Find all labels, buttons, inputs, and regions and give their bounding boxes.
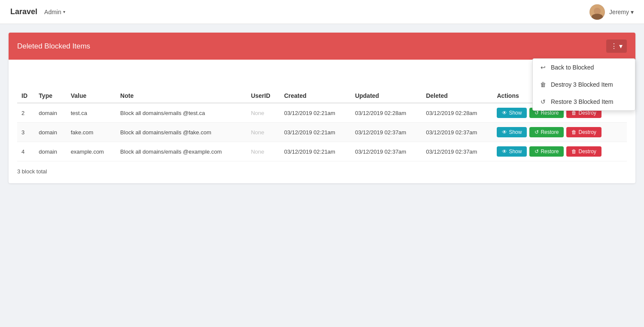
admin-label: Admin <box>44 9 61 15</box>
cell-type: domain <box>34 142 66 161</box>
col-deleted: Deleted <box>422 89 492 103</box>
cell-updated: 03/12/2019 02:37am <box>351 142 422 161</box>
cell-created: 03/12/2019 02:21am <box>280 142 351 161</box>
table-body: 2 domain test.ca Block all domains/email… <box>17 103 627 161</box>
avatar-image <box>589 4 605 20</box>
cell-id: 4 <box>17 142 34 161</box>
cell-userid: None <box>246 142 279 161</box>
user-menu[interactable]: Jeremy ▾ <box>609 9 634 15</box>
cell-id: 3 <box>17 123 34 142</box>
restore-icon: ↺ <box>540 98 547 105</box>
card-header: Deleted Blocked Items ⋮ ▾ <box>9 33 635 60</box>
admin-caret: ▾ <box>63 9 65 14</box>
destroy-icon: 🗑 <box>540 81 547 88</box>
main-content: Deleted Blocked Items ⋮ ▾ ↩ Back to Bloc… <box>0 24 644 192</box>
show-button[interactable]: 👁 Show <box>497 127 527 137</box>
cell-deleted: 03/12/2019 02:37am <box>422 123 492 142</box>
admin-menu[interactable]: Admin ▾ <box>44 9 65 15</box>
dropdown-item-back[interactable]: ↩ Back to Blocked <box>533 59 635 76</box>
cell-deleted: 03/12/2019 02:37am <box>422 142 492 161</box>
cell-value: example.com <box>67 142 116 161</box>
card-menu-button[interactable]: ⋮ ▾ <box>606 39 627 53</box>
cell-value: test.ca <box>67 103 116 123</box>
destroy-row-icon: 🗑 <box>571 129 577 135</box>
destroy-row-button[interactable]: 🗑 Destroy <box>566 146 601 157</box>
col-userid: UserID <box>246 89 279 103</box>
restore-row-button[interactable]: ↺ Restore <box>529 127 564 137</box>
blocked-items-card: Deleted Blocked Items ⋮ ▾ ↩ Back to Bloc… <box>9 33 635 183</box>
cell-actions: 👁 Show ↺ Restore 🗑 Destroy <box>492 123 627 142</box>
cell-note: Block all domains/emails @example.com <box>116 142 246 161</box>
restore-row-icon: ↺ <box>535 129 539 135</box>
cell-userid: None <box>246 123 279 142</box>
destroy-row-icon: 🗑 <box>571 110 577 116</box>
restore-row-icon: ↺ <box>535 110 539 116</box>
back-label: Back to Blocked <box>551 64 594 71</box>
col-value: Value <box>67 89 116 103</box>
table-row: 3 domain fake.com Block all domains/emai… <box>17 123 627 142</box>
user-caret: ▾ <box>631 9 634 15</box>
dropdown-menu: ↩ Back to Blocked 🗑 Destroy 3 Blocked It… <box>532 58 635 111</box>
navbar: Laravel Admin ▾ Jeremy ▾ <box>0 0 644 24</box>
cell-updated: 03/12/2019 02:37am <box>351 123 422 142</box>
col-note: Note <box>116 89 246 103</box>
navbar-brand: Laravel <box>10 7 37 16</box>
cell-value: fake.com <box>67 123 116 142</box>
avatar <box>589 4 605 20</box>
block-total: 3 block total <box>17 168 47 175</box>
col-updated: Updated <box>351 89 422 103</box>
show-button[interactable]: 👁 Show <box>497 146 527 157</box>
back-icon: ↩ <box>540 64 547 71</box>
cell-created: 03/12/2019 02:21am <box>280 123 351 142</box>
dropdown-item-destroy[interactable]: 🗑 Destroy 3 Blocked Item <box>533 76 635 93</box>
show-button[interactable]: 👁 Show <box>497 108 527 118</box>
cell-created: 03/12/2019 02:21am <box>280 103 351 123</box>
cell-id: 2 <box>17 103 34 123</box>
cell-type: domain <box>34 123 66 142</box>
destroy-row-icon: 🗑 <box>571 148 577 154</box>
table-row: 4 domain example.com Block all domains/e… <box>17 142 627 161</box>
menu-caret-icon: ▾ <box>619 42 623 50</box>
col-type: Type <box>34 89 66 103</box>
cell-actions: 👁 Show ↺ Restore 🗑 Destroy <box>492 142 627 161</box>
navbar-right: Jeremy ▾ <box>589 4 634 20</box>
restore-label: Restore 3 Blocked Item <box>551 98 614 105</box>
cell-userid: None <box>246 103 279 123</box>
cell-note: Block all domains/emails @test.ca <box>116 103 246 123</box>
destroy-row-button[interactable]: 🗑 Destroy <box>566 127 601 137</box>
table-footer: 3 block total <box>17 168 627 175</box>
navbar-left: Laravel Admin ▾ <box>10 7 65 16</box>
destroy-label: Destroy 3 Blocked Item <box>551 81 613 88</box>
eye-icon: 👁 <box>502 148 507 154</box>
restore-row-icon: ↺ <box>535 148 539 154</box>
cell-updated: 03/12/2019 02:28am <box>351 103 422 123</box>
eye-icon: 👁 <box>502 129 507 135</box>
col-id: ID <box>17 89 34 103</box>
restore-row-button[interactable]: ↺ Restore <box>529 146 564 157</box>
eye-icon: 👁 <box>502 110 507 116</box>
cell-type: domain <box>34 103 66 123</box>
menu-dots-icon: ⋮ <box>611 42 617 50</box>
dropdown-item-restore[interactable]: ↺ Restore 3 Blocked Item <box>533 93 635 110</box>
cell-deleted: 03/12/2019 02:28am <box>422 103 492 123</box>
col-created: Created <box>280 89 351 103</box>
card-title: Deleted Blocked Items <box>17 42 90 51</box>
user-name: Jeremy <box>609 9 629 15</box>
cell-note: Block all domains/emails @fake.com <box>116 123 246 142</box>
